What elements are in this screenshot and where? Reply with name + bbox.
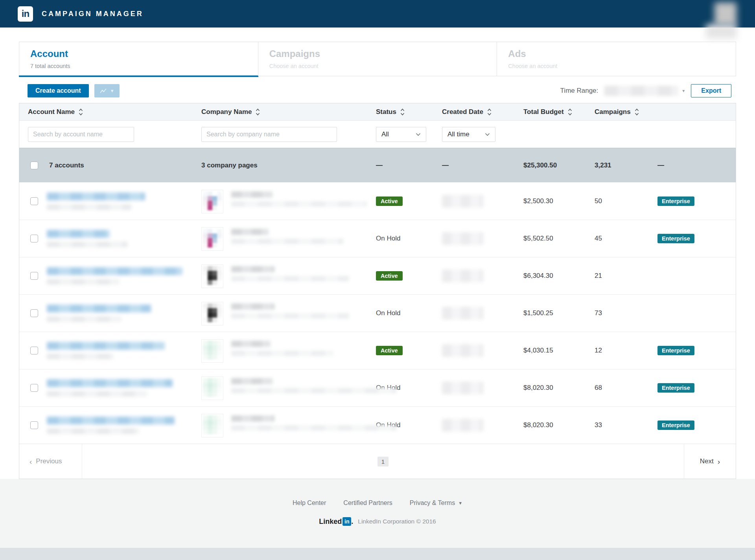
total-budget-value: $8,020.30	[515, 384, 586, 392]
company-name-redacted	[231, 341, 271, 347]
tab-ads-title: Ads	[508, 48, 736, 59]
account-name-link-redacted[interactable]	[47, 379, 173, 387]
create-account-button[interactable]: Create account	[28, 84, 89, 97]
column-header-status[interactable]: Status	[376, 108, 433, 116]
next-page-button[interactable]: Next ›	[684, 444, 736, 479]
company-name-redacted	[231, 191, 273, 198]
tab-campaigns-subtitle: Choose an account	[269, 63, 497, 69]
tab-account[interactable]: Account 7 total accounts	[19, 42, 258, 76]
tab-ads-subtitle: Choose an account	[508, 63, 736, 69]
account-name-link-redacted[interactable]	[47, 230, 110, 238]
company-logo	[201, 302, 223, 325]
column-header-company-name[interactable]: Company Name	[201, 108, 367, 116]
total-budget-value: $1,500.25	[515, 309, 586, 317]
column-header-campaigns[interactable]: Campaigns	[595, 108, 649, 116]
account-name-search-input[interactable]	[28, 127, 134, 142]
chevron-down-icon: ▼	[110, 88, 114, 93]
status-filter-select[interactable]: All	[376, 127, 426, 142]
sort-icon	[400, 108, 405, 116]
account-id-redacted	[47, 242, 127, 247]
account-row: Active $2,500.30 50 Enterprise	[19, 182, 736, 220]
linkedin-logo-icon[interactable]: in	[18, 6, 33, 22]
status-badge-active: Active	[376, 271, 403, 281]
total-budget-value: $5,502.50	[515, 235, 586, 242]
account-id-redacted	[47, 391, 147, 397]
company-detail-redacted	[231, 351, 333, 356]
table-header-row: Account Name Company Name Status Created…	[19, 103, 736, 121]
help-center-link[interactable]: Help Center	[293, 499, 326, 507]
app-title: CAMPAIGN MANAGER	[42, 10, 144, 18]
page-number-current[interactable]: 1	[378, 457, 389, 466]
row-checkbox[interactable]	[30, 272, 38, 280]
privacy-terms-link[interactable]: Privacy & Terms ▼	[410, 499, 462, 507]
linkedin-wordmark: Linked	[319, 518, 342, 526]
company-name-redacted	[231, 378, 273, 384]
account-name-link-redacted[interactable]	[47, 342, 165, 350]
status-badge-active: Active	[376, 346, 403, 355]
chevron-left-icon: ‹	[29, 458, 32, 465]
row-checkbox[interactable]	[30, 384, 38, 392]
account-name-link-redacted[interactable]	[47, 305, 151, 312]
account-name-link-redacted[interactable]	[47, 193, 145, 200]
copyright-text: LinkedIn Corporation © 2016	[358, 518, 436, 525]
company-detail-redacted	[231, 425, 396, 431]
chevron-down-icon: ▼	[458, 501, 462, 505]
account-name-link-redacted[interactable]	[47, 267, 182, 275]
total-budget-value: $8,020.30	[515, 421, 586, 429]
table-summary-row: 7 accounts 3 company pages — — $25,300.5…	[19, 148, 736, 182]
created-date-redacted	[442, 419, 483, 431]
summary-created: —	[433, 162, 515, 169]
certified-partners-link[interactable]: Certified Partners	[343, 499, 392, 507]
tab-campaigns-title: Campaigns	[269, 48, 497, 59]
row-checkbox[interactable]	[30, 421, 38, 429]
summary-tier: —	[649, 162, 736, 169]
summary-accounts: 7 accounts	[49, 162, 84, 169]
sort-icon	[255, 108, 260, 116]
company-name-search-input[interactable]	[201, 127, 337, 142]
company-detail-redacted	[231, 388, 396, 393]
column-header-total-budget[interactable]: Total Budget	[523, 108, 586, 116]
company-detail-redacted	[231, 239, 343, 244]
row-checkbox[interactable]	[30, 309, 38, 317]
time-range-value-redacted[interactable]	[604, 86, 678, 96]
account-row: On Hold $8,020.30 68 Enterprise	[19, 369, 736, 406]
column-header-account-name[interactable]: Account Name	[28, 108, 193, 116]
avatar[interactable]	[714, 2, 737, 25]
summary-company-pages: 3 company pages	[193, 162, 367, 169]
summary-campaigns: 3,231	[586, 162, 649, 169]
account-name-link-redacted[interactable]	[47, 417, 175, 424]
account-id-redacted	[47, 428, 139, 434]
row-checkbox[interactable]	[30, 197, 38, 205]
tab-campaigns[interactable]: Campaigns Choose an account	[258, 42, 497, 76]
chevron-right-icon: ›	[718, 458, 720, 465]
row-checkbox[interactable]	[30, 235, 38, 242]
sort-icon	[634, 108, 639, 116]
top-navbar: in CAMPAIGN MANAGER	[0, 0, 755, 28]
created-date-redacted	[442, 382, 483, 394]
table-filter-row: All All time	[19, 121, 736, 148]
created-date-redacted	[442, 232, 483, 245]
created-date-filter-select[interactable]: All time	[442, 127, 495, 142]
account-row: On Hold $5,502.50 45 Enterprise	[19, 220, 736, 257]
column-header-created-date[interactable]: Created Date	[442, 108, 515, 116]
campaigns-count: 73	[586, 309, 649, 317]
accounts-table: Account Name Company Name Status Created…	[19, 103, 736, 479]
tab-account-title: Account	[30, 48, 258, 59]
enterprise-badge: Enterprise	[657, 234, 694, 243]
page-footer: Help Center Certified Partners Privacy &…	[0, 479, 755, 548]
company-detail-redacted	[231, 313, 349, 319]
select-all-checkbox[interactable]	[30, 162, 38, 169]
export-button[interactable]: Export	[691, 84, 731, 97]
time-range-label: Time Range:	[560, 87, 598, 95]
account-row: Active $6,304.30 21	[19, 257, 736, 294]
account-id-redacted	[47, 204, 131, 210]
row-checkbox[interactable]	[30, 347, 38, 354]
company-name-redacted	[231, 266, 274, 272]
account-id-redacted	[47, 279, 120, 285]
chevron-down-icon	[416, 133, 421, 136]
previous-page-button[interactable]: ‹ Previous	[19, 444, 82, 479]
accounts-table-body: Active $2,500.30 50 Enterprise On Hold $…	[19, 182, 736, 444]
chevron-down-icon	[485, 133, 490, 136]
tab-ads[interactable]: Ads Choose an account	[497, 42, 736, 76]
chart-dropdown-button[interactable]: ▼	[94, 84, 120, 97]
